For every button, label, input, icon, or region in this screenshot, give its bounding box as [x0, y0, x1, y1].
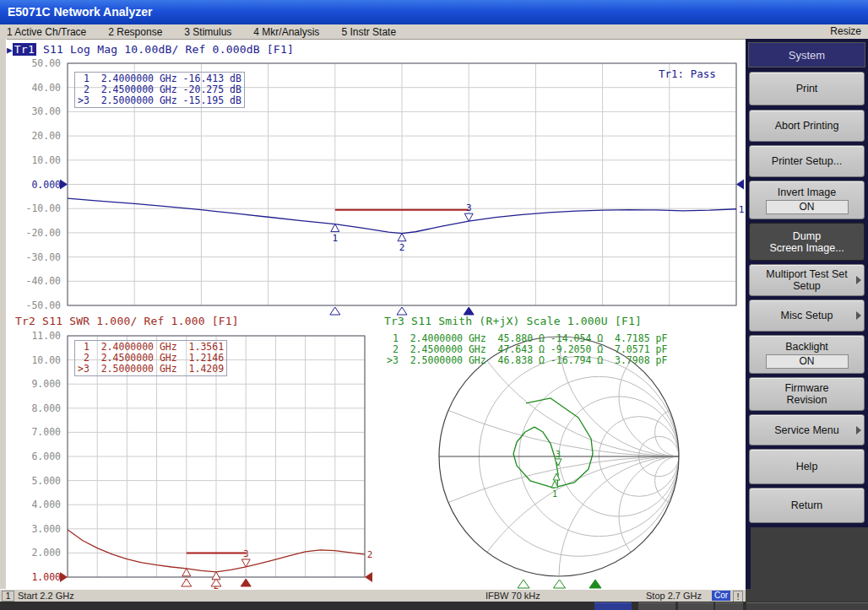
softkey-label: Invert Image [778, 186, 836, 198]
y-tick-label: 10.00 [8, 154, 61, 166]
svg-text:1: 1 [739, 204, 745, 215]
submenu-arrow-icon [856, 426, 861, 435]
menu-bar: 1 Active Ch/Trace2 Response3 Stimulus4 M… [0, 24, 868, 40]
softkey-return-button[interactable]: Return [749, 488, 865, 523]
softkey-invert-image-button[interactable]: Invert ImageON [749, 181, 865, 219]
plot-area-svg: 1231123213 [0, 39, 746, 589]
softkey-label: Print [796, 83, 818, 94]
taskbar-item[interactable] [678, 602, 713, 610]
tr2-header[interactable]: Tr2 S11 SWR 1.000/ Ref 1.000 [F1] [15, 315, 239, 327]
taskbar-strip [0, 602, 868, 610]
y-tick-label: 11.00 [8, 330, 61, 342]
softkey-label-line2: Screen Image... [769, 242, 844, 254]
marker-row: >3 2.5000000 GHz 1.4209 [78, 364, 224, 375]
svg-text:2: 2 [399, 242, 405, 253]
y-tick-label: 30.00 [8, 105, 61, 117]
y-tick-label: -10.00 [8, 202, 61, 214]
softkey-label: Firmware [784, 382, 828, 394]
softkey-label-line2: Revision [787, 394, 827, 406]
correction-badge: Cor [712, 591, 730, 601]
menu-item-3[interactable]: 3 Stimulus [184, 26, 231, 38]
start-frequency-label: Start 2.2 GHz [18, 591, 74, 601]
softkey-label: Dump [793, 230, 821, 242]
y-tick-label: 4.000 [8, 499, 61, 510]
active-trace-arrow-icon: ▶ [7, 45, 13, 56]
tr3-smith-chart: 13 [79, 39, 746, 589]
y-tick-label: 5.000 [8, 475, 61, 487]
softkey-label: Backlight [785, 341, 828, 353]
softkey-label: Misc Setup [781, 310, 833, 321]
softkey-printer-setup-button[interactable]: Printer Setup... [749, 145, 865, 177]
y-tick-label: -40.00 [8, 275, 61, 287]
softkey-label: Printer Setup... [772, 155, 842, 167]
tr1-marker-table: 1 2.4000000 GHz -16.413 dB 2 2.4500000 G… [74, 72, 245, 108]
y-tick-label: 9.000 [8, 378, 61, 390]
menu-item-1[interactable]: 1 Active Ch/Trace [7, 26, 86, 38]
softkey-menu-title: System [748, 42, 865, 67]
y-tick-label: 6.000 [8, 451, 61, 462]
window-titlebar[interactable]: E5071C Network Analyzer [0, 0, 868, 24]
softkey-backlight-button[interactable]: BacklightON [749, 335, 865, 374]
softkey-misc-setup-button[interactable]: Misc Setup [749, 300, 865, 332]
softkey-help-button[interactable]: Help [749, 449, 865, 484]
tr1-header-text: S11 Log Mag 10.00dB/ Ref 0.000dB [F1] [36, 43, 294, 56]
y-tick-label: 8.000 [8, 402, 61, 414]
y-tick-label: 0.000 [8, 179, 61, 191]
window-title: E5071C Network Analyzer [8, 5, 152, 19]
y-tick-label: 20.00 [8, 130, 61, 142]
instrument-screen: E5071C Network Analyzer 1 Active Ch/Trac… [0, 0, 868, 610]
svg-text:1: 1 [332, 233, 338, 244]
y-tick-label: -20.00 [8, 227, 61, 239]
menu-item-4[interactable]: 4 Mkr/Analysis [253, 26, 319, 38]
status-bar-right-filler [746, 589, 868, 602]
y-tick-label: 1.000 [8, 571, 61, 583]
tr1-badge: Tr1 [13, 43, 36, 56]
y-tick-label: 2.000 [8, 547, 61, 559]
tr3-marker-readout: 1 2.4000000 GHz 45.880 Ω -14.054 Ω 4.718… [387, 333, 667, 366]
menu-item-5[interactable]: 5 Instr State [341, 26, 396, 38]
softkey-service-menu-button[interactable]: Service Menu [749, 414, 865, 445]
alert-indicator: ! [733, 591, 743, 602]
softkey-sidebar: System PrintAbort PrintingPrinter Setup.… [746, 39, 868, 602]
softkey-toggle-state[interactable]: ON [766, 200, 849, 214]
submenu-arrow-icon [856, 276, 861, 284]
softkey-label: Abort Printing [775, 120, 839, 132]
svg-text:3: 3 [466, 202, 472, 213]
resize-menu-item[interactable]: Resize [830, 25, 861, 37]
marker-row: >3 2.5000000 GHz -15.195 dB [78, 95, 241, 106]
tr3-header[interactable]: Tr3 S11 Smith (R+jX) Scale 1.000U [F1] [384, 315, 642, 327]
y-tick-label: -50.00 [8, 300, 61, 311]
taskbar-item[interactable] [638, 602, 675, 610]
submenu-arrow-icon [856, 311, 861, 320]
status-bar: 1 Start 2.2 GHz IFBW 70 kHz Stop 2.7 GHz… [0, 589, 746, 602]
y-tick-label: 40.00 [8, 82, 61, 94]
y-tick-label: 3.000 [8, 523, 61, 535]
softkey-firmware-revision-button[interactable]: FirmwareRevision [749, 377, 865, 411]
y-tick-label: 10.00 [8, 354, 61, 366]
marker-row: >3 2.5000000 GHz 46.838 Ω -16.794 Ω 3.79… [387, 355, 667, 366]
softkey-label-line2: Setup [793, 280, 821, 292]
y-tick-label: 7.000 [8, 426, 61, 438]
menu-item-2[interactable]: 2 Response [108, 26, 162, 38]
softkey-dump-screen-image-button[interactable]: DumpScreen Image... [749, 223, 865, 261]
svg-text:3: 3 [556, 450, 561, 459]
taskbar-item[interactable] [715, 602, 743, 610]
softkey-abort-printing-button[interactable]: Abort Printing [749, 110, 865, 142]
tr1-header[interactable]: ▶Tr1 S11 Log Mag 10.00dB/ Ref 0.000dB [F… [7, 43, 294, 56]
softkey-multiport-test-set-setup-button[interactable]: Multiport Test SetSetup [749, 264, 865, 296]
softkey-label: Return [791, 499, 823, 511]
svg-text:2: 2 [367, 549, 373, 560]
ifbw-label: IFBW 70 kHz [486, 591, 540, 601]
tr1-pass-status: Tr1: Pass [659, 67, 716, 80]
svg-text:3: 3 [243, 548, 249, 559]
softkey-toggle-state[interactable]: ON [766, 354, 849, 369]
stop-frequency-label: Stop 2.7 GHz [646, 591, 702, 601]
y-tick-label: -30.00 [8, 251, 61, 263]
taskbar-active-item[interactable] [594, 602, 632, 610]
svg-text:1: 1 [552, 489, 557, 499]
channel-indicator: 1 [2, 591, 14, 602]
y-tick-label: 50.00 [8, 57, 61, 69]
tr2-marker-table: 1 2.4000000 GHz 1.3561 2 2.4500000 GHz 1… [74, 340, 227, 376]
softkey-print-button[interactable]: Print [749, 72, 865, 105]
softkey-label: Help [796, 461, 818, 472]
